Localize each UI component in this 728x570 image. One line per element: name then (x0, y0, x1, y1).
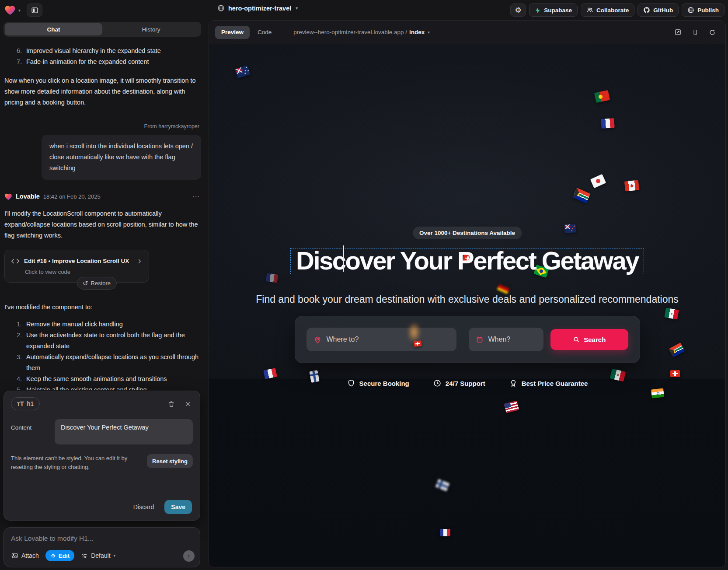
restore-preview-pill: ↺ Restore Preview (77, 277, 117, 290)
flag-nz-icon (564, 224, 576, 233)
trash-icon[interactable] (168, 400, 175, 408)
glow-blob (408, 322, 420, 342)
mode-select[interactable]: Default ▾ (81, 552, 115, 559)
shield-icon (347, 379, 355, 388)
project-chevron-down-icon: ▾ (296, 6, 298, 10)
mobile-view-icon[interactable] (692, 28, 698, 36)
preview-url[interactable]: preview--hero-optimizer-travel.lovable.a… (293, 29, 429, 35)
list-item: 4.Keep the same smooth animations and tr… (4, 374, 201, 385)
from-label: From harrymckayroper (4, 121, 201, 132)
arrow-up-icon: ↑ (187, 553, 191, 560)
url-page: index (409, 29, 425, 35)
preview-toolbar: Preview Code preview--hero-optimizer-tra… (209, 21, 725, 44)
code-icon (11, 258, 20, 264)
tab-preview[interactable]: Preview (215, 26, 250, 39)
where-placeholder: Where to? (327, 336, 359, 343)
hero-title[interactable]: Discover Your Perfect Getaway (296, 249, 638, 273)
search-panel: Where to? When? Search (295, 316, 640, 363)
search-button[interactable]: Search (550, 329, 628, 350)
edit-card-title: Edit #18 • Improve Location Scroll UX (24, 255, 129, 266)
feature-label: 24/7 Support (446, 380, 485, 387)
text-cursor (343, 245, 344, 272)
chat-input-placeholder: Ask Lovable to modify H1... (11, 535, 193, 542)
feature-label: Secure Booking (359, 380, 409, 387)
globe-icon (217, 4, 225, 12)
github-icon (643, 7, 650, 14)
preview-panel: Preview Code preview--hero-optimizer-tra… (209, 20, 726, 567)
send-button[interactable]: ↑ (183, 550, 195, 562)
when-placeholder: When? (488, 336, 511, 343)
element-tag-pill[interactable]: TT h1 (11, 397, 40, 410)
url-prefix: preview--hero-optimizer-travel.lovable.a… (293, 29, 407, 35)
chat-input-box[interactable]: Ask Lovable to modify H1... Attach Edit … (3, 527, 200, 567)
assistant-timestamp: 18:42 on Feb 20, 2025 (43, 191, 101, 202)
flag-fr-icon (601, 118, 614, 129)
where-input[interactable]: Where to? (307, 328, 456, 351)
chat-transcript: 6.Improved visual hierarchy in the expan… (4, 42, 201, 390)
pill-divider (116, 280, 116, 287)
element-editor-popup: TT h1 Content Discover Your Perfect Geta… (3, 391, 200, 521)
flag-us-icon (504, 401, 519, 413)
restore-icon: ↺ (83, 278, 88, 289)
project-name: hero-optimizer-travel (228, 5, 291, 12)
flag-fi-icon (435, 479, 449, 491)
numbered-list-top: 6.Improved visual hierarchy in the expan… (4, 45, 201, 67)
list-item: 5.Maintain all the existing content and … (4, 385, 201, 390)
project-menu[interactable]: hero-optimizer-travel ▾ (217, 4, 298, 12)
assistant-name: Lovable (16, 191, 40, 202)
open-in-new-tab-icon[interactable] (674, 28, 682, 36)
list-item: 2.Use the activeIndex state to control b… (4, 330, 201, 352)
attach-button[interactable]: Attach (11, 552, 39, 559)
flag-ch-icon (413, 340, 421, 347)
message-more-menu-icon[interactable]: ⋯ (192, 191, 201, 202)
edit-mode-button[interactable]: Edit (45, 550, 75, 561)
close-icon[interactable] (185, 401, 191, 407)
tab-history[interactable]: History (102, 23, 200, 35)
chat-sidebar: Chat History 6.Improved visual hierarchy… (0, 20, 206, 570)
feature-item: Best Price Guarantee (509, 379, 588, 388)
sidebar-toggle-button[interactable] (27, 3, 42, 17)
sidebar-tabs: Chat History (3, 22, 201, 37)
chevron-right-icon (136, 258, 143, 264)
publish-button[interactable]: Publish (682, 3, 725, 17)
user-message-bubble: when i scroll into the individual locati… (42, 135, 201, 180)
feature-item: Secure Booking (347, 379, 409, 388)
logo-chevron-down-icon[interactable]: ▾ (18, 8, 21, 13)
github-button[interactable]: GitHub (637, 3, 679, 17)
feature-label: Best Price Guarantee (522, 380, 588, 387)
people-icon (586, 7, 593, 14)
supabase-button[interactable]: Supabase (529, 3, 578, 17)
destinations-badge: Over 1000+ Destinations Available (413, 227, 522, 239)
assistant-message-header: Lovable 18:42 on Feb 20, 2025 ⋯ (4, 191, 201, 202)
refresh-icon[interactable] (709, 29, 716, 36)
gear-icon: ⚙ (515, 7, 522, 14)
content-label: Content (11, 419, 55, 444)
settings-button[interactable]: ⚙ (510, 3, 526, 17)
collaborate-button[interactable]: Collaborate (581, 3, 634, 17)
flag-ch-icon (670, 370, 680, 377)
tab-chat[interactable]: Chat (5, 23, 102, 35)
publish-globe-icon (687, 7, 694, 14)
chevron-down-icon: ▾ (114, 553, 116, 558)
sliders-icon (81, 553, 88, 559)
feature-item: 24/7 Support (433, 379, 485, 388)
search-icon (573, 336, 580, 343)
save-button[interactable]: Save (164, 500, 192, 514)
flag-fr-icon (440, 529, 450, 536)
header-actions: ⚙ Supabase Collaborate GitHub Publish (510, 3, 725, 17)
header-left: ▾ (4, 3, 42, 17)
lovable-logo-icon[interactable] (4, 5, 16, 15)
when-input[interactable]: When? (469, 328, 544, 351)
restore-button[interactable]: ↺ Restore (77, 278, 116, 289)
discard-button[interactable]: Discard (133, 504, 154, 511)
list-item: 6.Improved visual hierarchy in the expan… (4, 45, 201, 56)
styling-note: This element can't be styled. You can ed… (11, 454, 147, 472)
lovable-avatar-icon (4, 193, 12, 200)
target-icon (50, 553, 56, 559)
content-input[interactable]: Discover Your Perfect Getaway (55, 419, 193, 444)
tab-code[interactable]: Code (251, 26, 278, 39)
flag-fr-icon (266, 273, 278, 283)
award-icon (509, 379, 518, 388)
reset-styling-button[interactable]: Reset styling (147, 454, 193, 468)
clock-icon (433, 379, 442, 388)
